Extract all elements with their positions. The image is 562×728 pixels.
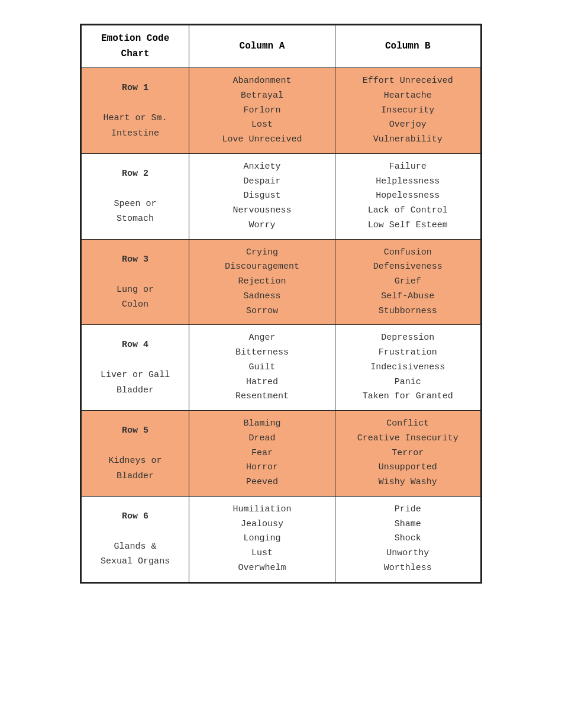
emotion-item: Anxiety — [194, 160, 330, 175]
emotion-item: Vulnerability — [340, 133, 476, 147]
emotion-item: Helplessness — [340, 175, 476, 189]
header-col0: Emotion CodeChart — [82, 25, 189, 68]
emotion-item: Horror — [194, 460, 330, 475]
col-b-row2: FailureHelplessnessHopelessnessLack of C… — [335, 153, 480, 239]
col-a-row6: HumiliationJealousyLongingLustOverwhelm — [189, 496, 335, 582]
emotion-item: Lost — [194, 118, 330, 133]
emotion-item: Longing — [194, 531, 330, 546]
row-label-row2: Row 2Speen orStomach — [82, 153, 189, 239]
emotion-item: Frustration — [340, 346, 476, 360]
row-label-row6: Row 6Glands &Sexual Organs — [82, 496, 189, 582]
col-b-row6: PrideShameShockUnworthyWorthless — [335, 496, 480, 582]
emotion-item: Worthless — [340, 561, 476, 576]
emotion-item: Stubborness — [340, 304, 476, 319]
emotion-item: Insecurity — [340, 104, 476, 118]
col-b-row3: ConfusionDefensivenessGriefSelf-AbuseStu… — [335, 239, 480, 325]
emotion-item: Unsupported — [340, 460, 476, 475]
emotion-item: Grief — [340, 275, 476, 289]
col-b-row1: Effort UnreceivedHeartacheInsecurityOver… — [335, 68, 480, 154]
emotion-item: Conflict — [340, 417, 476, 431]
col-a-row5: BlamingDreadFearHorrorPeeved — [189, 411, 335, 497]
col-a-row1: AbandonmentBetrayalForlornLostLove Unrec… — [189, 68, 335, 154]
emotion-item: Humiliation — [194, 502, 330, 517]
emotion-item: Overjoy — [340, 118, 476, 133]
emotion-item: Heartache — [340, 89, 476, 104]
col-a-row3: CryingDiscouragementRejectionSadnessSorr… — [189, 239, 335, 325]
col-b-row5: ConflictCreative InsecurityTerrorUnsuppo… — [335, 411, 480, 497]
col-a-row2: AnxietyDespairDisgustNervousnessWorry — [189, 153, 335, 239]
emotion-item: Lack of Control — [340, 204, 476, 218]
emotion-item: Wishy Washy — [340, 475, 476, 490]
emotion-item: Lust — [194, 546, 330, 561]
emotion-item: Disgust — [194, 189, 330, 204]
emotion-item: Overwhelm — [194, 561, 330, 576]
emotion-item: Peeved — [194, 475, 330, 490]
emotion-item: Pride — [340, 502, 476, 517]
emotion-item: Shock — [340, 531, 476, 546]
emotion-code-chart: Emotion CodeChart Column A Column B Row … — [80, 24, 482, 584]
emotion-item: Effort Unreceived — [340, 74, 476, 89]
emotion-item: Hopelessness — [340, 189, 476, 204]
row-label-row1: Row 1Heart or Sm.Intestine — [82, 68, 189, 154]
col-a-row4: AngerBitternessGuiltHatredResentment — [189, 325, 335, 411]
emotion-item: Fear — [194, 446, 330, 461]
col-b-row4: DepressionFrustrationIndecisivenessPanic… — [335, 325, 480, 411]
emotion-item: Nervousness — [194, 204, 330, 218]
emotion-item: Sorrow — [194, 304, 330, 319]
emotion-item: Dread — [194, 431, 330, 446]
emotion-item: Betrayal — [194, 89, 330, 104]
row-label-row5: Row 5Kidneys orBladder — [82, 411, 189, 497]
emotion-item: Shame — [340, 517, 476, 532]
emotion-item: Blaming — [194, 417, 330, 431]
emotion-item: Depression — [340, 331, 476, 346]
emotion-item: Self-Abuse — [340, 289, 476, 304]
emotion-item: Forlorn — [194, 104, 330, 118]
emotion-item: Love Unreceived — [194, 133, 330, 147]
row-label-row3: Row 3Lung orColon — [82, 239, 189, 325]
row-label-row4: Row 4Liver or GallBladder — [82, 325, 189, 411]
emotion-item: Guilt — [194, 360, 330, 375]
header-col2: Column B — [335, 25, 480, 68]
emotion-item: Hatred — [194, 375, 330, 390]
emotion-item: Crying — [194, 246, 330, 260]
emotion-item: Defensiveness — [340, 260, 476, 275]
emotion-item: Failure — [340, 160, 476, 175]
emotion-item: Despair — [194, 175, 330, 189]
emotion-item: Panic — [340, 375, 476, 390]
emotion-item: Rejection — [194, 275, 330, 289]
emotion-item: Low Self Esteem — [340, 218, 476, 233]
emotion-item: Terror — [340, 446, 476, 461]
emotion-item: Resentment — [194, 389, 330, 404]
emotion-item: Sadness — [194, 289, 330, 304]
emotion-item: Abandonment — [194, 74, 330, 89]
emotion-item: Taken for Granted — [340, 389, 476, 404]
emotion-item: Anger — [194, 331, 330, 346]
emotion-item: Bitterness — [194, 346, 330, 360]
emotion-item: Unworthy — [340, 546, 476, 561]
header-col1: Column A — [189, 25, 335, 68]
emotion-item: Creative Insecurity — [340, 431, 476, 446]
emotion-item: Indecisiveness — [340, 360, 476, 375]
emotion-item: Confusion — [340, 246, 476, 260]
emotion-item: Worry — [194, 218, 330, 233]
emotion-item: Discouragement — [194, 260, 330, 275]
emotion-item: Jealousy — [194, 517, 330, 532]
